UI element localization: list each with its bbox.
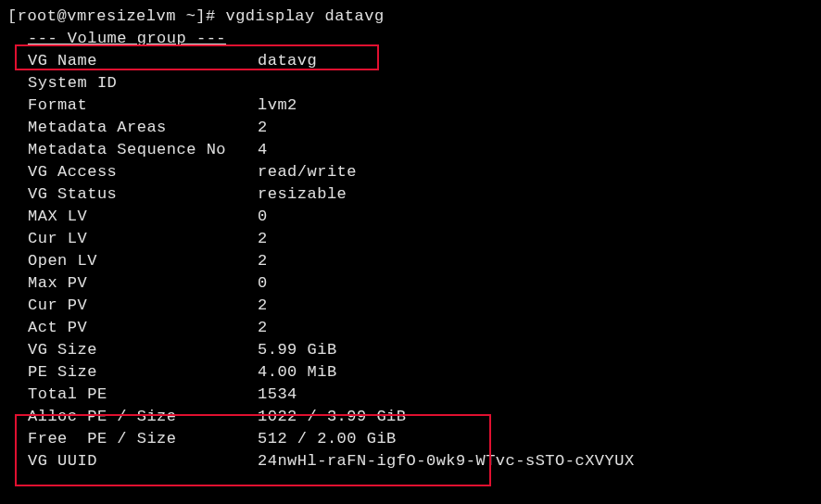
output-row: Free PE / Size512 / 2.00 GiB [28,428,814,450]
field-value: 2 [258,317,268,339]
field-value: 2 [258,228,268,250]
prompt-userhost: [root@vmresizelvm ~]# [7,6,225,28]
output-row: Metadata Areas2 [28,117,814,139]
output-row: Metadata Sequence No4 [28,139,814,161]
field-value: 0 [258,272,268,295]
field-label: MAX LV [28,206,258,228]
field-label: Cur LV [28,228,258,250]
vgdisplay-output-rows: VG NamedatavgSystem IDFormatlvm2Metadata… [7,50,814,472]
field-label: Act PV [28,317,258,339]
output-row: VG Accessread/write [28,161,814,183]
output-row: MAX LV0 [28,206,814,228]
output-row: Max PV0 [28,272,814,295]
field-value: lvm2 [258,94,297,117]
output-row: VG Size5.99 GiB [28,339,814,361]
field-label: VG UUID [28,450,258,472]
field-label: VG Size [28,339,258,361]
field-value: datavg [258,50,317,72]
output-row: VG Statusresizable [28,183,814,206]
field-value: 0 [258,206,268,228]
output-row: Cur PV2 [28,295,814,317]
output-row: VG UUID24nwHl-raFN-igfO-0wk9-WTvc-sSTO-c… [28,450,814,472]
prompt-line: [root@vmresizelvm ~]# vgdisplay datavg [7,6,814,28]
field-value: 512 / 2.00 GiB [258,428,397,450]
field-label: VG Status [28,183,258,206]
output-row: Total PE1534 [28,384,814,406]
vg-section-header: --- Volume group --- [28,28,814,50]
field-value: 24nwHl-raFN-igfO-0wk9-WTvc-sSTO-cXVYUX [258,450,635,472]
field-label: Open LV [28,250,258,272]
field-label: Cur PV [28,295,258,317]
field-value: 4 [258,139,268,161]
output-row: Cur LV2 [28,228,814,250]
field-value: 1022 / 3.99 GiB [258,406,407,428]
field-value: 5.99 GiB [258,339,337,361]
output-row: System ID [28,72,814,94]
field-label: Format [28,94,258,117]
field-label: Total PE [28,384,258,406]
field-label: Alloc PE / Size [28,406,258,428]
field-value: 2 [258,295,268,317]
output-row: VG Namedatavg [28,50,814,72]
field-value: resizable [258,183,347,206]
prompt-command: vgdisplay datavg [225,6,384,28]
output-row: Open LV2 [28,250,814,272]
field-label: PE Size [28,361,258,384]
output-row: Act PV2 [28,317,814,339]
field-value: 1534 [258,384,297,406]
field-label: Metadata Sequence No [28,139,258,161]
field-value: 2 [258,250,268,272]
field-label: Free PE / Size [28,428,258,450]
output-row: Alloc PE / Size1022 / 3.99 GiB [28,406,814,428]
field-label: System ID [28,72,258,94]
field-label: VG Name [28,50,258,72]
field-value: 4.00 MiB [258,361,337,384]
output-row: Formatlvm2 [28,94,814,117]
field-label: VG Access [28,161,258,183]
field-value: read/write [258,161,357,183]
field-value: 2 [258,117,268,139]
field-label: Metadata Areas [28,117,258,139]
output-row: PE Size4.00 MiB [28,361,814,384]
field-label: Max PV [28,272,258,295]
